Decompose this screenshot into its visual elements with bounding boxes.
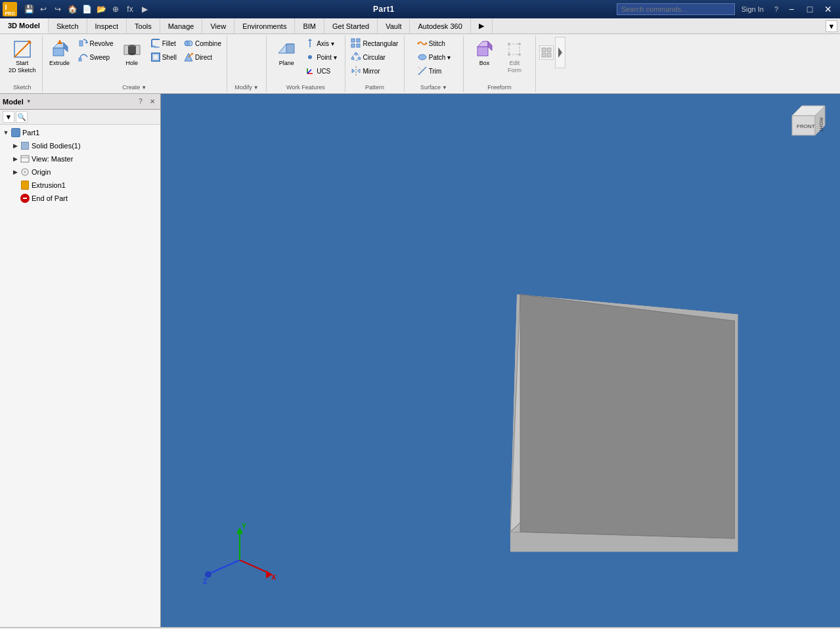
tab-getstarted[interactable]: Get Started <box>324 18 378 33</box>
viewport[interactable]: FRONT RIGHT Z X Y <box>161 94 840 627</box>
tab-manage[interactable]: Manage <box>160 18 203 33</box>
tab-tools[interactable]: Tools <box>127 18 160 33</box>
axis-button[interactable]: Axis ▾ <box>302 37 340 50</box>
sign-in-button[interactable]: Sign In <box>738 4 768 14</box>
solidbodies-expand[interactable]: ▶ <box>11 141 20 150</box>
collapse-ribbon-button[interactable] <box>555 37 565 68</box>
tree-item-origin[interactable]: ▶ Origin <box>1 165 159 179</box>
tab-environments[interactable]: Environments <box>234 18 295 33</box>
create-dropdown-arrow: ▼ <box>141 85 146 91</box>
maximize-button[interactable]: □ <box>801 0 819 18</box>
svg-point-36 <box>358 57 361 60</box>
qat-open[interactable]: 📂 <box>95 3 108 16</box>
svg-line-80 <box>240 560 269 573</box>
direct-label: Direct <box>195 54 212 61</box>
help-button[interactable]: ? <box>770 4 782 14</box>
qat-redo[interactable]: ↪ <box>51 3 64 16</box>
svg-marker-39 <box>352 69 355 73</box>
svg-rect-10 <box>79 58 81 61</box>
start-2d-sketch-button[interactable]: Start2D Sketch <box>5 37 39 76</box>
svg-rect-55 <box>547 48 551 52</box>
plane-button[interactable]: Plane <box>272 37 301 69</box>
svg-point-50 <box>508 43 510 45</box>
direct-button[interactable]: Direct <box>181 51 224 64</box>
tree-item-part1[interactable]: ▼ Part1 <box>1 126 159 139</box>
svg-text:X: X <box>271 573 276 581</box>
plane-label: Plane <box>279 60 294 67</box>
svg-rect-46 <box>477 47 488 56</box>
viewmaster-expand[interactable]: ▶ <box>11 154 20 163</box>
svg-rect-33 <box>357 44 360 47</box>
minimize-button[interactable]: − <box>782 0 801 18</box>
ribbon-display-options[interactable]: ▼ <box>826 20 837 32</box>
circular-button[interactable]: Circular <box>348 51 387 64</box>
origin-expand[interactable]: ▶ <box>11 167 20 177</box>
stitch-label: Stitch <box>429 40 445 47</box>
qat-run[interactable]: ▶ <box>138 3 151 16</box>
point-button[interactable]: Point ▾ <box>302 51 340 64</box>
endofpart-icon <box>20 193 30 204</box>
svg-rect-56 <box>542 53 546 57</box>
qat-parameters[interactable]: fx <box>123 3 137 16</box>
circular-icon <box>351 52 361 62</box>
qat-update[interactable]: ⊕ <box>109 3 122 16</box>
tree-item-viewmaster[interactable]: ▶ View: Master <box>1 152 159 165</box>
tab-more[interactable]: ▶ <box>471 18 493 33</box>
sidebar-dropdown-arrow[interactable]: ▼ <box>26 98 32 104</box>
part1-expand[interactable]: ▼ <box>1 128 11 137</box>
model-panel-title: Model <box>3 98 24 106</box>
svg-point-53 <box>518 53 521 56</box>
svg-point-51 <box>518 43 521 45</box>
qat-save[interactable]: 💾 <box>22 3 35 16</box>
sidebar-help-button[interactable]: ? <box>135 97 146 107</box>
fillet-button[interactable]: Fillet <box>148 37 179 50</box>
tab-view[interactable]: View <box>202 18 234 33</box>
hole-button[interactable]: Hole <box>118 37 146 69</box>
patch-button[interactable]: Patch ▾ <box>414 51 453 64</box>
filter-button[interactable]: ▼ <box>3 111 14 123</box>
tab-autodesk360[interactable]: Autodesk 360 <box>410 18 470 33</box>
qat-new[interactable]: 📄 <box>80 3 93 16</box>
extrude-label: Extrude <box>49 60 70 67</box>
qat-undo[interactable]: ↩ <box>37 3 50 16</box>
tab-3dmodel[interactable]: 3D Model <box>0 18 49 33</box>
tree-item-extrusion1[interactable]: ▶ Extrusion1 <box>1 179 159 192</box>
svg-rect-32 <box>351 44 355 47</box>
ucs-button[interactable]: UCS <box>302 64 340 77</box>
close-button[interactable]: ✕ <box>819 0 837 18</box>
mirror-button[interactable]: Mirror <box>348 64 382 77</box>
title-bar-right: Sign In ? <box>617 3 782 15</box>
edit-form-button[interactable]: EditForm <box>500 37 529 76</box>
stitch-button[interactable]: Stitch <box>414 37 448 50</box>
search-input[interactable] <box>617 3 735 15</box>
primitives-grid-button[interactable] <box>539 45 554 60</box>
tab-inspect[interactable]: Inspect <box>87 18 127 33</box>
modify-dropdown-arrow: ▼ <box>254 85 259 91</box>
revolve-button[interactable]: Revolve <box>76 37 116 50</box>
tree-item-endofpart[interactable]: ▶ End of Part <box>1 192 159 205</box>
sidebar-close-button[interactable]: ✕ <box>147 97 158 107</box>
svg-point-35 <box>355 53 357 55</box>
axis-icon <box>305 38 315 49</box>
extrude-button[interactable]: Extrude <box>45 37 74 69</box>
tree-item-solidbodies[interactable]: ▶ Solid Bodies(1) <box>1 139 159 152</box>
svg-rect-59 <box>21 156 29 162</box>
ribbon-tabs: 3D Model Sketch Inspect Tools Manage Vie… <box>0 18 840 34</box>
binoculars-button[interactable]: 🔍 <box>16 111 28 123</box>
trim-button[interactable]: Trim <box>414 64 445 77</box>
box-label: Box <box>479 60 490 67</box>
tab-vault[interactable]: Vault <box>378 18 410 33</box>
start-2d-sketch-icon <box>12 39 33 60</box>
qat-home[interactable]: 🏠 <box>66 3 79 16</box>
shell-button[interactable]: Shell <box>148 51 179 64</box>
nav-cube[interactable]: FRONT RIGHT <box>789 99 835 145</box>
box-button[interactable]: Box <box>470 37 498 69</box>
tab-sketch[interactable]: Sketch <box>49 18 87 33</box>
sweep-button[interactable]: Sweep <box>76 51 116 64</box>
rectangular-button[interactable]: Rectangular <box>348 37 401 50</box>
combine-button[interactable]: Combine <box>181 37 224 50</box>
svg-rect-31 <box>357 39 360 42</box>
tab-bim[interactable]: BIM <box>295 18 324 33</box>
combine-icon <box>183 38 194 49</box>
revolve-label: Revolve <box>90 40 114 47</box>
